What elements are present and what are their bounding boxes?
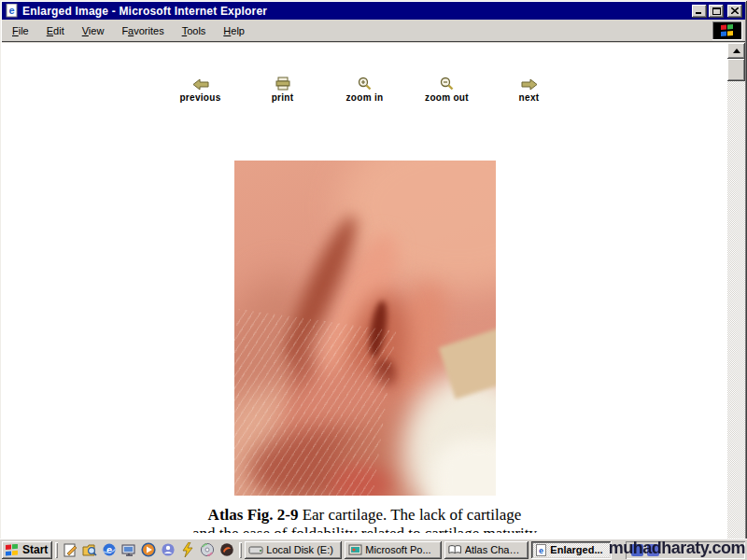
compose-document-icon[interactable] bbox=[63, 542, 78, 557]
zoom-in-label: zoom in bbox=[346, 92, 384, 103]
svg-text:e: e bbox=[8, 5, 14, 16]
taskbar-button-atlas-chapter[interactable]: Atlas Chapte... bbox=[444, 541, 529, 559]
next-button[interactable]: next bbox=[502, 75, 557, 103]
caption-text: Ear cartilage. The lack of cartilage bbox=[298, 506, 521, 524]
winamp-icon[interactable] bbox=[180, 542, 195, 557]
photo-region bbox=[234, 309, 396, 496]
vertical-scrollbar[interactable] bbox=[727, 43, 745, 539]
print-label: print bbox=[272, 92, 294, 103]
messenger-icon[interactable] bbox=[161, 542, 176, 557]
taskbar-button-local-disk[interactable]: Local Disk (E:) bbox=[245, 541, 342, 559]
taskbar-button-microsoft-powerpoint[interactable]: Microsoft Po... bbox=[345, 541, 442, 559]
print-button[interactable]: print bbox=[256, 75, 310, 103]
triangle-up-icon bbox=[733, 49, 740, 53]
menu-favorites[interactable]: Favorites bbox=[114, 22, 171, 39]
open-book-icon bbox=[448, 544, 461, 555]
disk-drive-icon bbox=[248, 545, 263, 554]
svg-text:e: e bbox=[539, 546, 543, 555]
title-bar[interactable]: e Enlarged Image - Microsoft Internet Ex… bbox=[2, 2, 745, 20]
page-body: previous print bbox=[2, 43, 727, 539]
image-nav-toolbar: previous print bbox=[2, 43, 727, 103]
windows-flag-icon bbox=[5, 544, 20, 556]
menu-help[interactable]: Help bbox=[216, 22, 252, 39]
zoom-out-button[interactable]: zoom out bbox=[420, 75, 474, 103]
window-title: Enlarged Image - Microsoft Internet Expl… bbox=[22, 5, 692, 18]
zoom-out-label: zoom out bbox=[425, 92, 469, 103]
show-desktop-icon[interactable] bbox=[121, 542, 136, 557]
taskbar-gripper[interactable] bbox=[239, 542, 242, 558]
caption-figure-number: Atlas Fig. 2-9 bbox=[208, 506, 299, 524]
menu-tools[interactable]: Tools bbox=[175, 22, 214, 39]
menu-view[interactable]: View bbox=[75, 22, 112, 39]
search-folder-icon[interactable] bbox=[82, 542, 97, 557]
taskbar-gripper[interactable] bbox=[55, 542, 58, 558]
taskbar-button-enlarged-image[interactable]: e Enlarged... bbox=[531, 541, 612, 559]
browser-viewport: previous print bbox=[2, 43, 745, 539]
quick-launch-bar: e bbox=[61, 542, 236, 557]
ie-page-icon: e bbox=[535, 544, 547, 556]
previous-label: previous bbox=[179, 92, 220, 103]
scroll-up-button[interactable] bbox=[727, 43, 745, 59]
magnifier-plus-icon bbox=[358, 75, 372, 91]
browser-window: e Enlarged Image - Microsoft Internet Ex… bbox=[0, 0, 747, 560]
image-caption-line2-clipped: and the ease of foldability related to c… bbox=[2, 525, 727, 533]
magnifier-minus-icon bbox=[440, 75, 454, 91]
svg-text:e: e bbox=[106, 544, 112, 555]
arrow-right-icon bbox=[521, 75, 538, 91]
arrow-left-icon bbox=[192, 75, 209, 91]
previous-button[interactable]: previous bbox=[174, 75, 228, 103]
media-player-icon[interactable] bbox=[141, 542, 156, 557]
minimize-button[interactable] bbox=[692, 5, 707, 18]
printer-icon bbox=[275, 75, 291, 91]
watermark: muhadharaty.com bbox=[609, 539, 745, 558]
taskbar-buttons: Local Disk (E:) Microsoft Po... Atlas Ch… bbox=[245, 541, 626, 559]
next-label: next bbox=[519, 92, 540, 103]
menu-edit[interactable]: Edit bbox=[39, 22, 72, 39]
scrollbar-thumb[interactable] bbox=[727, 59, 745, 81]
cd-player-icon[interactable] bbox=[200, 542, 215, 557]
internet-explorer-icon[interactable]: e bbox=[102, 542, 117, 557]
maximize-button[interactable] bbox=[709, 5, 724, 18]
menu-bar: File Edit View Favorites Tools Help bbox=[2, 20, 745, 42]
image-caption: Atlas Fig. 2-9 Ear cartilage. The lack o… bbox=[2, 506, 727, 525]
start-button[interactable]: Start bbox=[2, 541, 52, 559]
ie-page-icon: e bbox=[5, 4, 20, 18]
realplayer-icon[interactable] bbox=[219, 542, 234, 557]
menu-file[interactable]: File bbox=[5, 22, 36, 39]
zoom-in-button[interactable]: zoom in bbox=[338, 75, 392, 103]
ear-photo bbox=[234, 161, 496, 496]
powerpoint-icon bbox=[348, 544, 362, 556]
windows-logo-throbber-icon bbox=[712, 21, 742, 40]
close-button[interactable] bbox=[727, 5, 742, 18]
start-label: Start bbox=[22, 543, 48, 556]
